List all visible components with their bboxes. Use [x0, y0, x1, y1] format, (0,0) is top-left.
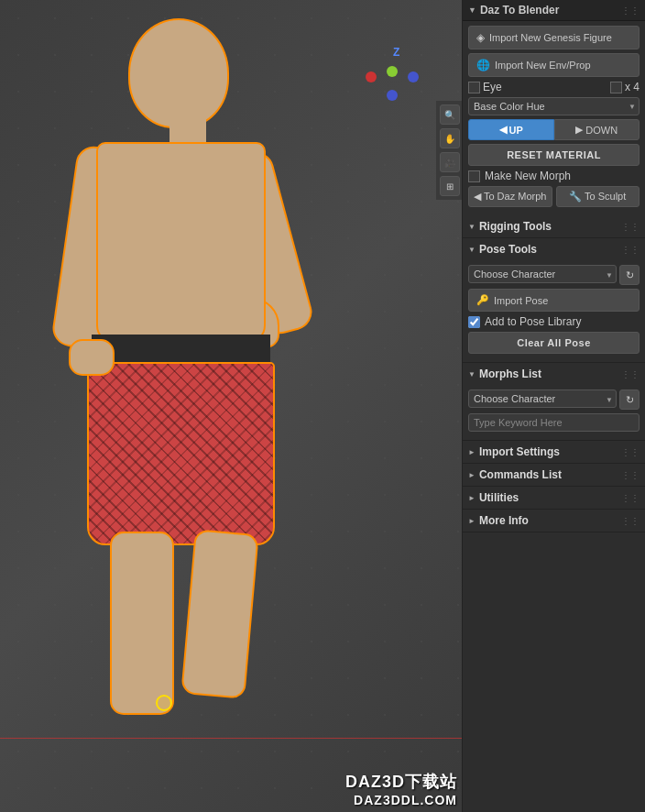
keyword-input[interactable]: [468, 413, 640, 432]
pose-title: Pose Tools: [479, 243, 537, 256]
commands-list-header[interactable]: ► Commands List ⋮⋮: [463, 464, 645, 486]
more-info-drag: ⋮⋮: [621, 516, 640, 526]
utilities-section: ► Utilities ⋮⋮: [463, 487, 645, 510]
utilities-title: Utilities: [479, 491, 519, 504]
viewport-toolbar: 🔍 ✋ 🎥 ⊞: [436, 101, 462, 200]
import-pose-button[interactable]: 🔑 Import Pose: [468, 289, 640, 312]
viewport-bg: Z 🔍 ✋ 🎥 ⊞ DAZ3D下载站 DAZ3DDL.COM: [0, 0, 462, 812]
more-info-section: ► More Info ⋮⋮: [463, 510, 645, 532]
import-section: ◈ Import New Genesis Figure 🌐 Import New…: [463, 21, 645, 215]
make-morph-label: Make New Morph: [485, 170, 571, 182]
down-button[interactable]: ▶ DOWN: [554, 119, 640, 140]
pose-character-row: Choose Character ▼ ↻: [468, 265, 640, 285]
watermark-line1: DAZ3D下载站: [345, 771, 457, 793]
commands-list-section: ► Commands List ⋮⋮: [463, 464, 645, 487]
morphs-drag: ⋮⋮: [621, 369, 640, 379]
camera-tool-btn[interactable]: 🎥: [440, 152, 460, 172]
gizmo-z-label: Z: [393, 46, 399, 59]
panel-collapse-arrow[interactable]: ▼: [468, 5, 476, 15]
utilities-drag: ⋮⋮: [621, 493, 640, 503]
character-leg-right: [180, 529, 258, 698]
character-head: [128, 18, 229, 128]
import-genesis-button[interactable]: ◈ Import New Genesis Figure: [468, 26, 640, 49]
gizmo-z-axis-right: [408, 71, 419, 82]
add-pose-library-checkbox[interactable]: [468, 316, 480, 328]
commands-collapse-arrow: ►: [468, 471, 476, 479]
more-info-header[interactable]: ► More Info ⋮⋮: [463, 510, 645, 532]
panel-title: Daz To Blender: [480, 4, 559, 16]
grid-tool-btn[interactable]: ⊞: [440, 176, 460, 196]
add-pose-library-label: Add to Pose Library: [485, 315, 581, 328]
up-arrow-icon: ◀: [499, 124, 507, 136]
character-shorts: [87, 362, 275, 545]
clear-pose-button[interactable]: Clear All Pose: [468, 332, 640, 354]
pan-tool-btn[interactable]: ✋: [440, 128, 460, 148]
x-count-box: [610, 82, 622, 93]
morph-buttons-row: ◀ To Daz Morph 🔧 To Sculpt: [468, 186, 640, 207]
reset-material-button[interactable]: RESET MATERIAL: [468, 144, 640, 166]
import-settings-title: Import Settings: [479, 445, 560, 458]
pose-character-select[interactable]: Choose Character: [468, 265, 617, 283]
import-pose-icon: 🔑: [476, 294, 489, 306]
panel-top-header: ▼ Daz To Blender ⋮⋮: [463, 0, 645, 21]
floor-line: [0, 738, 462, 739]
right-panel: ▼ Daz To Blender ⋮⋮ ◈ Import New Genesis…: [462, 0, 645, 812]
x-count-display: x 4: [610, 81, 640, 93]
pose-tools-section: ▼ Pose Tools ⋮⋮ Choose Character ▼ ↻: [463, 238, 645, 363]
character-torso: [96, 142, 266, 344]
viewport[interactable]: ▣ ✚ ↔ ↻ ⤢: [0, 0, 462, 812]
character-leg-left: [110, 532, 174, 715]
to-sculpt-button[interactable]: 🔧 To Sculpt: [556, 186, 640, 207]
morphs-list-section: ▼ Morphs List ⋮⋮ Choose Character ▼ ↻: [463, 363, 645, 441]
morphs-title: Morphs List: [479, 368, 541, 380]
to-daz-morph-button[interactable]: ◀ To Daz Morph: [468, 186, 552, 207]
morphs-content: Choose Character ▼ ↻: [463, 385, 645, 440]
morphs-character-wrapper: Choose Character ▼: [468, 390, 617, 410]
morphs-refresh-button[interactable]: ↻: [619, 390, 640, 410]
pose-content: Choose Character ▼ ↻ 🔑 Import Pose Add t…: [463, 260, 645, 362]
pose-tools-header[interactable]: ▼ Pose Tools ⋮⋮: [463, 238, 645, 260]
pose-refresh-button[interactable]: ↻: [619, 265, 640, 285]
gizmo: Z: [356, 46, 430, 119]
morphs-character-row: Choose Character ▼ ↻: [468, 390, 640, 410]
base-color-hue-wrapper: Base Color Hue ▼: [468, 97, 640, 115]
import-genesis-icon: ◈: [476, 31, 485, 44]
eye-label: Eye: [483, 81, 502, 93]
import-env-button[interactable]: 🌐 Import New Env/Prop: [468, 53, 640, 77]
rigging-tools-section: ▼ Rigging Tools ⋮⋮: [463, 215, 645, 238]
character-hand-left: [69, 339, 115, 376]
more-info-title: More Info: [479, 514, 529, 527]
gizmo-z-axis-bottom: [387, 90, 398, 101]
shorts-pattern: [89, 364, 273, 543]
morphs-list-header[interactable]: ▼ Morphs List ⋮⋮: [463, 363, 645, 385]
pose-drag: ⋮⋮: [621, 245, 640, 255]
make-morph-checkbox[interactable]: [468, 170, 480, 182]
eye-checkbox: Eye: [468, 81, 502, 93]
utilities-collapse-arrow: ►: [468, 494, 476, 502]
make-morph-row: Make New Morph: [468, 170, 640, 182]
utilities-header[interactable]: ► Utilities ⋮⋮: [463, 487, 645, 509]
eye-checkbox-box[interactable]: [468, 82, 480, 93]
more-info-collapse-arrow: ►: [468, 517, 476, 525]
import-settings-arrow: ►: [468, 448, 476, 456]
transform-circle: [156, 695, 172, 711]
up-down-row: ◀ UP ▶ DOWN: [468, 119, 640, 140]
commands-drag: ⋮⋮: [621, 470, 640, 480]
panel-drag-handle: ⋮⋮: [621, 5, 640, 16]
pose-character-wrapper: Choose Character ▼: [468, 265, 617, 285]
gizmo-y-axis: [387, 66, 398, 77]
rigging-drag: ⋮⋮: [621, 222, 640, 232]
down-arrow-icon: ▶: [575, 124, 583, 136]
zoom-tool-btn[interactable]: 🔍: [440, 104, 460, 125]
rigging-title: Rigging Tools: [479, 220, 552, 233]
up-button[interactable]: ◀ UP: [468, 119, 554, 140]
morphs-character-select[interactable]: Choose Character: [468, 390, 617, 408]
x-count-value: x 4: [625, 81, 640, 93]
rigging-tools-header[interactable]: ▼ Rigging Tools ⋮⋮: [463, 215, 645, 237]
pose-collapse-arrow: ▼: [468, 246, 476, 254]
gizmo-x-axis: [366, 71, 377, 82]
base-color-hue-select[interactable]: Base Color Hue: [468, 97, 640, 115]
import-settings-header[interactable]: ► Import Settings ⋮⋮: [463, 441, 645, 463]
watermark: DAZ3D下载站 DAZ3DDL.COM: [345, 771, 457, 807]
morphs-collapse-arrow: ▼: [468, 370, 476, 379]
